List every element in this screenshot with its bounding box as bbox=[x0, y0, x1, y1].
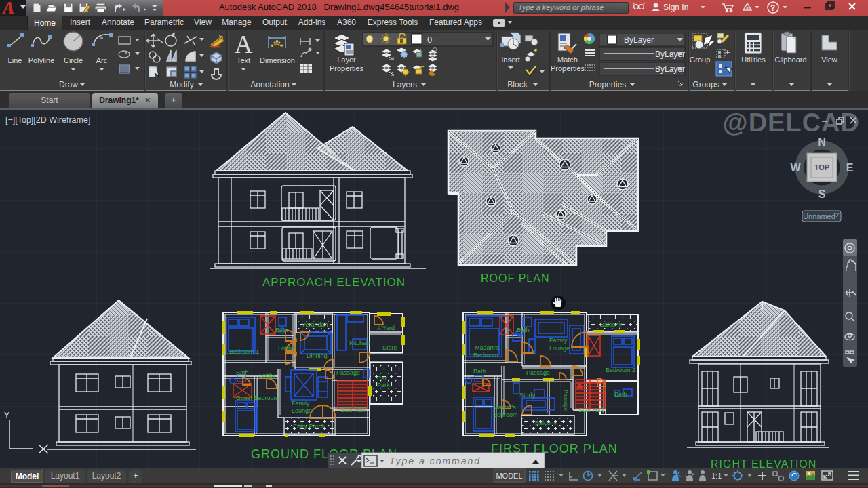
svg-text:Lounge: Lounge bbox=[549, 345, 570, 352]
svg-text:Family: Family bbox=[292, 400, 310, 407]
svg-text:Family: Family bbox=[549, 337, 568, 344]
svg-text:Bedroom: Bedroom bbox=[473, 352, 498, 359]
svg-text:Bath: Bath bbox=[517, 327, 530, 333]
svg-text:Store: Store bbox=[382, 344, 397, 351]
svg-text:Balcony: Balcony bbox=[535, 420, 557, 426]
svg-text:Y: Y bbox=[4, 411, 9, 420]
svg-text:Study: Study bbox=[519, 392, 536, 399]
svg-text:[−][Top][2D Wireframe]: [−][Top][2D Wireframe] bbox=[5, 115, 90, 125]
svg-text:S: S bbox=[818, 188, 826, 200]
svg-text:Entry Porch: Entry Porch bbox=[293, 423, 325, 430]
svg-text:E: E bbox=[846, 162, 854, 174]
svg-text:Insert: Insert bbox=[501, 56, 520, 64]
svg-text:Car: Car bbox=[377, 375, 387, 382]
svg-text:Sign In: Sign In bbox=[663, 3, 688, 12]
svg-text:N: N bbox=[818, 136, 826, 148]
svg-text:Modify: Modify bbox=[170, 80, 193, 89]
svg-text:Match: Match bbox=[557, 56, 578, 64]
svg-text:Properties: Properties bbox=[551, 64, 585, 73]
svg-text:Passage: Passage bbox=[526, 369, 550, 376]
svg-text:Bedroom: Bedroom bbox=[493, 411, 518, 418]
svg-text:Bath: Bath bbox=[275, 327, 288, 333]
svg-text:Line: Line bbox=[8, 56, 22, 64]
svg-text:Unnamed: Unnamed bbox=[803, 212, 835, 220]
svg-text:ByLayer: ByLayer bbox=[624, 35, 654, 45]
svg-text:Passage: Passage bbox=[563, 390, 569, 411]
svg-text:TOP: TOP bbox=[814, 163, 829, 171]
svg-text:Block: Block bbox=[507, 80, 528, 89]
svg-text:RIGHT ELEVATION: RIGHT ELEVATION bbox=[711, 458, 816, 468]
svg-text:Stair Hall: Stair Hall bbox=[340, 407, 366, 413]
svg-text:MODEL: MODEL bbox=[496, 472, 522, 480]
svg-text:A'Yard: A'Yard bbox=[377, 325, 395, 331]
svg-text:W: W bbox=[790, 162, 801, 174]
svg-text:Properties: Properties bbox=[330, 64, 364, 73]
svg-text:Clipboard: Clipboard bbox=[774, 56, 806, 64]
svg-text:Lounge: Lounge bbox=[292, 407, 312, 414]
svg-text:Arc: Arc bbox=[96, 56, 108, 64]
svg-text:A: A bbox=[235, 30, 253, 58]
svg-text:Park: Park bbox=[377, 382, 390, 388]
svg-text:Annotation: Annotation bbox=[250, 80, 289, 89]
svg-text:Master's: Master's bbox=[493, 404, 516, 411]
svg-text:Guest Bedroom: Guest Bedroom bbox=[236, 394, 279, 401]
svg-text:Properties: Properties bbox=[589, 80, 627, 89]
svg-text:Dimension: Dimension bbox=[260, 56, 295, 64]
svg-text:Draw: Draw bbox=[59, 80, 78, 89]
svg-text:Dinning: Dinning bbox=[307, 352, 328, 359]
svg-text:View: View bbox=[821, 56, 837, 64]
svg-text:Circle: Circle bbox=[64, 56, 83, 64]
svg-text:Balcony: Balcony bbox=[600, 321, 623, 328]
svg-text:Layers: Layers bbox=[393, 80, 417, 89]
svg-text:Lobby: Lobby bbox=[259, 372, 276, 379]
svg-text:Text: Text bbox=[237, 56, 250, 64]
svg-text:Utilities: Utilities bbox=[741, 56, 766, 64]
svg-text:Polyline: Polyline bbox=[28, 56, 55, 64]
svg-text:ROOF PLAN: ROOF PLAN bbox=[481, 272, 549, 284]
svg-text:Bath: Bath bbox=[473, 368, 486, 375]
svg-text:Bedroom 2: Bedroom 2 bbox=[606, 367, 635, 373]
svg-text:Groups: Groups bbox=[692, 80, 719, 89]
svg-text:Layer: Layer bbox=[337, 56, 356, 64]
svg-text:Passage: Passage bbox=[336, 369, 360, 376]
svg-text:Bath: Bath bbox=[614, 391, 627, 398]
svg-text:Lobby: Lobby bbox=[278, 345, 295, 352]
svg-text:Verandah: Verandah bbox=[302, 321, 328, 328]
svg-text:Type a command: Type a command bbox=[389, 455, 481, 466]
svg-text:APPROACH ELEVATION: APPROACH ELEVATION bbox=[262, 276, 406, 289]
svg-text:Group: Group bbox=[690, 56, 711, 64]
svg-text:Stair Hall: Stair Hall bbox=[578, 407, 604, 413]
svg-text:Madam's: Madam's bbox=[475, 344, 500, 351]
svg-text:Bedroom 1: Bedroom 1 bbox=[229, 348, 259, 355]
svg-text:0: 0 bbox=[427, 35, 432, 45]
svg-text:1:1: 1:1 bbox=[711, 472, 722, 480]
svg-text:?: ? bbox=[770, 3, 775, 13]
svg-text:Bath: Bath bbox=[236, 369, 249, 376]
svg-text:Kitchen: Kitchen bbox=[349, 340, 370, 346]
